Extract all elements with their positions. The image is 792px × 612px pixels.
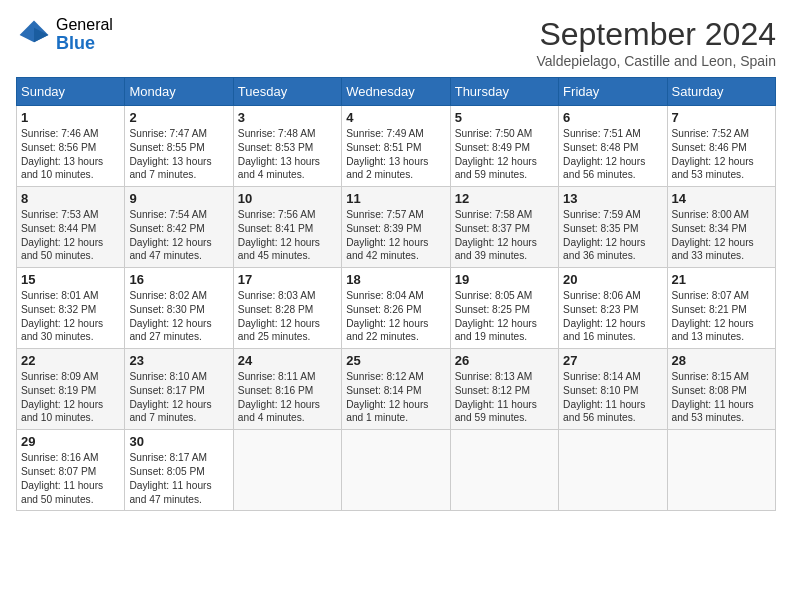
day-number: 19 (455, 272, 554, 287)
day-info: Sunrise: 7:53 AM Sunset: 8:44 PM Dayligh… (21, 208, 120, 263)
day-info: Sunrise: 7:56 AM Sunset: 8:41 PM Dayligh… (238, 208, 337, 263)
day-info: Sunrise: 8:12 AM Sunset: 8:14 PM Dayligh… (346, 370, 445, 425)
day-number: 15 (21, 272, 120, 287)
day-info: Sunrise: 7:46 AM Sunset: 8:56 PM Dayligh… (21, 127, 120, 182)
day-number: 13 (563, 191, 662, 206)
day-number: 20 (563, 272, 662, 287)
logo-blue: Blue (56, 34, 113, 54)
weekday-header-tuesday: Tuesday (233, 78, 341, 106)
calendar-cell: 11Sunrise: 7:57 AM Sunset: 8:39 PM Dayli… (342, 187, 450, 268)
calendar-cell (559, 430, 667, 511)
day-info: Sunrise: 7:52 AM Sunset: 8:46 PM Dayligh… (672, 127, 771, 182)
calendar-cell: 25Sunrise: 8:12 AM Sunset: 8:14 PM Dayli… (342, 349, 450, 430)
calendar-cell: 15Sunrise: 8:01 AM Sunset: 8:32 PM Dayli… (17, 268, 125, 349)
calendar-cell: 21Sunrise: 8:07 AM Sunset: 8:21 PM Dayli… (667, 268, 775, 349)
day-number: 6 (563, 110, 662, 125)
day-info: Sunrise: 8:00 AM Sunset: 8:34 PM Dayligh… (672, 208, 771, 263)
day-info: Sunrise: 8:07 AM Sunset: 8:21 PM Dayligh… (672, 289, 771, 344)
day-info: Sunrise: 7:50 AM Sunset: 8:49 PM Dayligh… (455, 127, 554, 182)
calendar-cell: 14Sunrise: 8:00 AM Sunset: 8:34 PM Dayli… (667, 187, 775, 268)
day-info: Sunrise: 8:13 AM Sunset: 8:12 PM Dayligh… (455, 370, 554, 425)
week-row-1: 1Sunrise: 7:46 AM Sunset: 8:56 PM Daylig… (17, 106, 776, 187)
logo: General Blue (16, 16, 113, 53)
calendar-cell (233, 430, 341, 511)
calendar-cell: 29Sunrise: 8:16 AM Sunset: 8:07 PM Dayli… (17, 430, 125, 511)
calendar-cell: 18Sunrise: 8:04 AM Sunset: 8:26 PM Dayli… (342, 268, 450, 349)
calendar-cell: 24Sunrise: 8:11 AM Sunset: 8:16 PM Dayli… (233, 349, 341, 430)
calendar-cell: 13Sunrise: 7:59 AM Sunset: 8:35 PM Dayli… (559, 187, 667, 268)
month-title: September 2024 (537, 16, 776, 53)
week-row-4: 22Sunrise: 8:09 AM Sunset: 8:19 PM Dayli… (17, 349, 776, 430)
day-info: Sunrise: 7:59 AM Sunset: 8:35 PM Dayligh… (563, 208, 662, 263)
day-number: 11 (346, 191, 445, 206)
day-info: Sunrise: 8:06 AM Sunset: 8:23 PM Dayligh… (563, 289, 662, 344)
day-info: Sunrise: 7:54 AM Sunset: 8:42 PM Dayligh… (129, 208, 228, 263)
calendar-cell: 28Sunrise: 8:15 AM Sunset: 8:08 PM Dayli… (667, 349, 775, 430)
calendar-cell (667, 430, 775, 511)
weekday-header-sunday: Sunday (17, 78, 125, 106)
calendar-cell: 16Sunrise: 8:02 AM Sunset: 8:30 PM Dayli… (125, 268, 233, 349)
logo-general: General (56, 16, 113, 34)
calendar-cell: 12Sunrise: 7:58 AM Sunset: 8:37 PM Dayli… (450, 187, 558, 268)
day-info: Sunrise: 7:57 AM Sunset: 8:39 PM Dayligh… (346, 208, 445, 263)
logo-text: General Blue (56, 16, 113, 53)
calendar-cell: 3Sunrise: 7:48 AM Sunset: 8:53 PM Daylig… (233, 106, 341, 187)
calendar-cell: 17Sunrise: 8:03 AM Sunset: 8:28 PM Dayli… (233, 268, 341, 349)
day-info: Sunrise: 8:04 AM Sunset: 8:26 PM Dayligh… (346, 289, 445, 344)
day-info: Sunrise: 8:09 AM Sunset: 8:19 PM Dayligh… (21, 370, 120, 425)
calendar-cell: 6Sunrise: 7:51 AM Sunset: 8:48 PM Daylig… (559, 106, 667, 187)
week-row-5: 29Sunrise: 8:16 AM Sunset: 8:07 PM Dayli… (17, 430, 776, 511)
logo-icon (16, 17, 52, 53)
weekday-header-friday: Friday (559, 78, 667, 106)
day-number: 23 (129, 353, 228, 368)
day-number: 30 (129, 434, 228, 449)
calendar-cell: 19Sunrise: 8:05 AM Sunset: 8:25 PM Dayli… (450, 268, 558, 349)
day-number: 14 (672, 191, 771, 206)
calendar-cell: 23Sunrise: 8:10 AM Sunset: 8:17 PM Dayli… (125, 349, 233, 430)
location: Valdepielago, Castille and Leon, Spain (537, 53, 776, 69)
calendar-cell: 9Sunrise: 7:54 AM Sunset: 8:42 PM Daylig… (125, 187, 233, 268)
day-number: 24 (238, 353, 337, 368)
day-info: Sunrise: 7:51 AM Sunset: 8:48 PM Dayligh… (563, 127, 662, 182)
day-info: Sunrise: 7:49 AM Sunset: 8:51 PM Dayligh… (346, 127, 445, 182)
calendar-cell: 7Sunrise: 7:52 AM Sunset: 8:46 PM Daylig… (667, 106, 775, 187)
day-info: Sunrise: 8:10 AM Sunset: 8:17 PM Dayligh… (129, 370, 228, 425)
day-number: 1 (21, 110, 120, 125)
calendar-cell: 1Sunrise: 7:46 AM Sunset: 8:56 PM Daylig… (17, 106, 125, 187)
day-number: 22 (21, 353, 120, 368)
page-header: General Blue September 2024 Valdepielago… (16, 16, 776, 69)
calendar-cell: 26Sunrise: 8:13 AM Sunset: 8:12 PM Dayli… (450, 349, 558, 430)
day-info: Sunrise: 7:48 AM Sunset: 8:53 PM Dayligh… (238, 127, 337, 182)
weekday-header-thursday: Thursday (450, 78, 558, 106)
day-number: 7 (672, 110, 771, 125)
weekday-header-row: SundayMondayTuesdayWednesdayThursdayFrid… (17, 78, 776, 106)
day-number: 27 (563, 353, 662, 368)
day-info: Sunrise: 8:02 AM Sunset: 8:30 PM Dayligh… (129, 289, 228, 344)
day-number: 29 (21, 434, 120, 449)
day-number: 26 (455, 353, 554, 368)
day-number: 3 (238, 110, 337, 125)
calendar-cell: 22Sunrise: 8:09 AM Sunset: 8:19 PM Dayli… (17, 349, 125, 430)
day-info: Sunrise: 7:58 AM Sunset: 8:37 PM Dayligh… (455, 208, 554, 263)
day-number: 10 (238, 191, 337, 206)
calendar-cell: 10Sunrise: 7:56 AM Sunset: 8:41 PM Dayli… (233, 187, 341, 268)
day-number: 12 (455, 191, 554, 206)
day-number: 9 (129, 191, 228, 206)
day-number: 21 (672, 272, 771, 287)
day-info: Sunrise: 8:16 AM Sunset: 8:07 PM Dayligh… (21, 451, 120, 506)
day-info: Sunrise: 8:14 AM Sunset: 8:10 PM Dayligh… (563, 370, 662, 425)
weekday-header-saturday: Saturday (667, 78, 775, 106)
week-row-3: 15Sunrise: 8:01 AM Sunset: 8:32 PM Dayli… (17, 268, 776, 349)
calendar-cell: 8Sunrise: 7:53 AM Sunset: 8:44 PM Daylig… (17, 187, 125, 268)
day-number: 28 (672, 353, 771, 368)
title-block: September 2024 Valdepielago, Castille an… (537, 16, 776, 69)
day-info: Sunrise: 8:17 AM Sunset: 8:05 PM Dayligh… (129, 451, 228, 506)
day-info: Sunrise: 8:15 AM Sunset: 8:08 PM Dayligh… (672, 370, 771, 425)
calendar-cell: 4Sunrise: 7:49 AM Sunset: 8:51 PM Daylig… (342, 106, 450, 187)
weekday-header-wednesday: Wednesday (342, 78, 450, 106)
day-info: Sunrise: 8:11 AM Sunset: 8:16 PM Dayligh… (238, 370, 337, 425)
day-info: Sunrise: 8:01 AM Sunset: 8:32 PM Dayligh… (21, 289, 120, 344)
day-number: 4 (346, 110, 445, 125)
day-number: 8 (21, 191, 120, 206)
calendar-table: SundayMondayTuesdayWednesdayThursdayFrid… (16, 77, 776, 511)
